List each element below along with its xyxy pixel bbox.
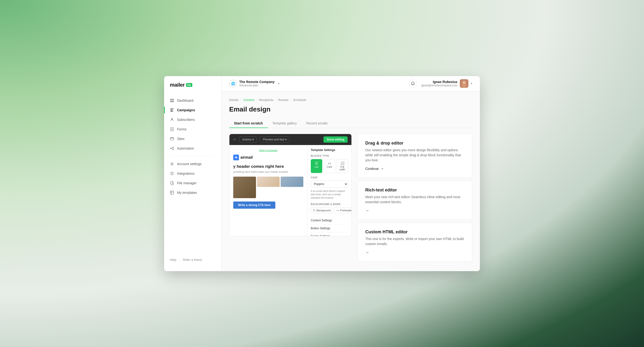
actions-button[interactable]: Actions ▾ [239,136,257,143]
block-type-full-width[interactable]: ⬜ Full width [336,159,348,173]
svg-point-7 [171,118,173,120]
user-text: Ignas Rubezius ignas@remotecompany.com [421,80,458,87]
logo-badge: lite [186,83,192,87]
footer-settings-item[interactable]: Footer Settings [311,232,348,236]
bg-options: Background Aa Preheader [311,208,348,213]
view-in-browser-link[interactable]: View in browser [233,149,303,152]
sidebar-item-subscribers[interactable]: Subscribers [167,115,218,124]
breadcrumb-content[interactable]: Content [243,98,254,102]
sidebar-item-label: File manager [177,181,197,185]
card-icon: ▭ [325,161,334,165]
breadcrumb-review: Review [278,98,288,102]
svg-rect-21 [170,192,174,192]
sidebar-item-file-manager[interactable]: File manager [167,178,218,188]
forms-icon [170,127,174,132]
svg-rect-13 [170,138,174,138]
done-editing-button[interactable]: Done editing [324,136,348,143]
bg-option-background[interactable]: Background [311,208,333,213]
user-email: ignas@remotecompany.com [421,84,458,87]
breadcrumb-sep-3: › [275,98,276,101]
actions-chevron-icon: ▾ [252,138,254,141]
app-window: mailer lite Dashboard Campaigns Subscr [164,76,480,271]
rich-text-title: Rich-text editor [365,188,464,193]
svg-rect-9 [171,128,173,129]
user-chevron-icon[interactable]: ▾ [471,82,472,85]
refer-link[interactable]: Refer a friend [183,258,202,262]
rich-text-link[interactable]: → [365,208,464,213]
bg-option-label: Background [316,209,330,212]
email-heading: y header comes right here [233,164,303,169]
sidebar-item-automation[interactable]: Automation [167,144,218,153]
notifications-button[interactable] [408,79,417,88]
block-type-label: Full width [340,166,345,171]
sidebar-item-account-settings[interactable]: Account settings [167,159,218,169]
breadcrumb-sep-1: › [241,98,242,101]
rich-text-desc: Meet your new rich-text editor! Seamless… [365,194,464,204]
sidebar-item-forms[interactable]: Forms [167,124,218,134]
header-left: 🌐 The Remote Company Advanced plan ▾ [229,80,280,87]
sidebar-item-label: Automation [177,146,194,150]
drag-drop-desc: Our newest editor gives you more design … [365,148,464,163]
svg-point-25 [462,84,467,88]
font-label: FONT [311,176,348,179]
templates-icon [170,190,174,195]
preview-label: Preview and test [263,138,284,141]
integrations-icon [170,171,174,176]
user-info[interactable]: Ignas Rubezius ignas@remotecompany.com ▾ [421,79,472,88]
drag-drop-title: Drag & drop editor [365,141,464,146]
breadcrumb-sep-2: › [256,98,257,101]
sidebar-item-sites[interactable]: Sites [167,134,218,144]
tab-start-from-scratch[interactable]: Start from scratch [229,119,268,128]
sidebar-item-dashboard[interactable]: Dashboard [167,96,218,105]
svg-rect-6 [170,111,173,112]
content-settings-item[interactable]: Content Settings [311,216,348,224]
undo-button[interactable]: ↩ [233,138,236,142]
svg-point-15 [173,147,174,148]
tab-template-gallery[interactable]: Template gallery [268,119,302,128]
svg-rect-1 [172,99,174,100]
preview-button[interactable]: Preview and test ▾ [260,136,290,143]
user-name: Ignas Rubezius [421,80,458,84]
email-cta-button[interactable]: Write a strong CTA here [233,202,275,209]
svg-rect-10 [171,129,173,130]
blocks-type-row: ☰ List ▭ Card ⬜ Full width [311,159,348,173]
custom-html-link[interactable]: → [365,250,464,255]
logo-text: mailer [170,82,185,88]
svg-rect-0 [170,99,172,100]
drag-drop-link[interactable]: Continue → [365,166,464,171]
footer-separator: · [179,258,180,262]
sidebar-item-label: Subscribers [177,118,195,122]
list-icon: ☰ [312,161,321,165]
settings-icon [170,162,174,166]
sidebar-item-integrations[interactable]: Integrations [167,169,218,178]
preview-chevron-icon: ▾ [285,138,286,141]
font-select[interactable]: Poppins [311,180,348,188]
block-type-card[interactable]: ▭ Card [324,159,335,173]
block-type-list[interactable]: ☰ List [311,159,322,173]
header-right: Ignas Rubezius ignas@remotecompany.com ▾ [408,79,472,88]
email-brand: airmail [233,154,303,160]
button-settings-item[interactable]: Button Settings [311,224,348,232]
drag-drop-option: Drag & drop editor Our newest editor giv… [358,134,472,178]
header: 🌐 The Remote Company Advanced plan ▾ Ign… [222,76,480,92]
custom-html-option: Custom HTML editor This one is for the e… [358,222,472,262]
svg-rect-26 [313,209,315,212]
tab-recent-emails[interactable]: Recent emails [302,119,332,128]
bg-label: BACKGROUND & MORE [311,203,348,206]
sidebar-item-my-templates[interactable]: My templates [167,188,218,198]
sidebar-item-label: Campaigns [177,108,195,112]
sidebar-item-label: Forms [177,127,186,131]
logo: mailer lite [164,82,221,96]
settings-title: Template Settings [311,148,348,152]
sites-icon [170,137,174,141]
email-images [233,176,303,198]
sidebar-item-campaigns[interactable]: Campaigns [167,105,218,115]
svg-rect-19 [170,182,172,184]
help-link[interactable]: Help [170,258,176,262]
bg-option-preheader[interactable]: Aa Preheader [334,208,352,213]
block-type-label: Card [327,166,332,168]
image-placeholder-2 [257,176,280,187]
company-chevron-icon[interactable]: ▾ [278,82,280,85]
campaigns-icon [170,108,174,112]
svg-point-14 [170,148,171,149]
